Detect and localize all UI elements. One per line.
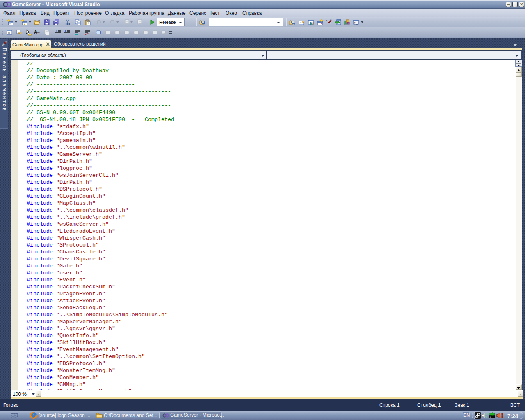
svg-text:>_: >_ xyxy=(354,21,358,25)
svg-text:a: a xyxy=(490,415,491,418)
